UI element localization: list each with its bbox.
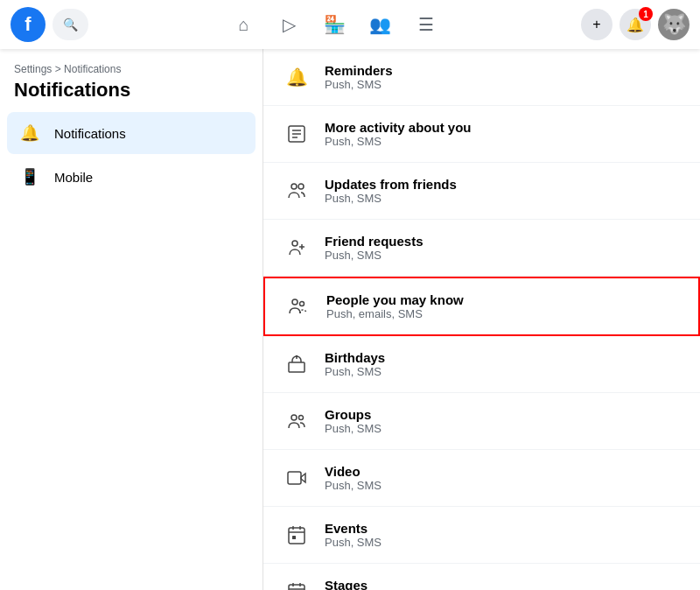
- people-may-know-subtitle: Push, emails, SMS: [326, 307, 681, 320]
- breadcrumb: Settings > Notifications: [7, 63, 256, 75]
- video-item[interactable]: Video Push, SMS: [263, 450, 700, 507]
- sidebar: Settings > Notifications Notifications 🔔…: [0, 49, 262, 590]
- groups-icon: [281, 405, 312, 437]
- svg-point-13: [297, 356, 298, 357]
- video-text: Video Push, SMS: [325, 464, 682, 492]
- updates-friends-text: Updates from friends Push, SMS: [325, 177, 682, 205]
- reminders-subtitle: Push, SMS: [325, 78, 682, 91]
- stages-title: Stages: [325, 578, 682, 590]
- reminders-title: Reminders: [325, 63, 682, 78]
- updates-friends-title: Updates from friends: [325, 177, 682, 192]
- svg-point-10: [300, 302, 304, 306]
- birthdays-text: Birthdays Push, SMS: [325, 350, 682, 378]
- birthdays-subtitle: Push, SMS: [325, 365, 682, 378]
- friend-requests-title: Friend requests: [325, 234, 682, 249]
- sidebar-title: Notifications: [7, 79, 256, 112]
- reminders-icon: 🔔: [281, 61, 312, 93]
- sidebar-item-mobile[interactable]: 📱 Mobile: [7, 156, 256, 198]
- avatar-button[interactable]: 🐺: [658, 9, 690, 40]
- sidebar-item-mobile-label: Mobile: [54, 170, 93, 185]
- avatar-icon: 🐺: [662, 13, 686, 36]
- friend-requests-icon: [281, 232, 312, 263]
- updates-friends-item[interactable]: Updates from friends Push, SMS: [263, 163, 700, 220]
- search-box[interactable]: 🔍: [52, 9, 88, 40]
- topnav-right: + 🔔 1 🐺: [581, 9, 690, 40]
- watch-nav-button[interactable]: ▷: [269, 4, 311, 46]
- topnav-left: f 🔍: [10, 7, 88, 42]
- people-may-know-icon: [283, 291, 314, 322]
- events-subtitle: Push, SMS: [325, 536, 682, 549]
- topnav-center: ⌂ ▷ 🏪 👥 ☰: [88, 4, 581, 46]
- notification-badge: 1: [639, 7, 653, 21]
- birthdays-icon: [281, 348, 312, 380]
- updates-friends-subtitle: Push, SMS: [325, 192, 682, 205]
- friend-requests-subtitle: Push, SMS: [325, 249, 682, 262]
- birthdays-title: Birthdays: [325, 350, 682, 365]
- svg-rect-16: [288, 472, 301, 484]
- svg-point-5: [298, 184, 304, 189]
- notifications-icon: 🔔: [16, 119, 44, 147]
- more-activity-subtitle: Push, SMS: [325, 135, 682, 148]
- facebook-logo[interactable]: f: [10, 7, 46, 42]
- marketplace-nav-button[interactable]: 🏪: [314, 4, 356, 46]
- birthdays-item[interactable]: Birthdays Push, SMS: [263, 336, 700, 393]
- video-title: Video: [325, 464, 682, 479]
- svg-rect-11: [289, 362, 304, 372]
- search-icon: 🔍: [63, 18, 78, 32]
- notification-button[interactable]: 🔔 1: [620, 9, 651, 40]
- video-icon: [281, 462, 312, 494]
- content-area: 🔔 Reminders Push, SMS More activity abou…: [262, 49, 700, 590]
- video-subtitle: Push, SMS: [325, 479, 682, 492]
- stages-icon: [281, 576, 312, 590]
- svg-point-6: [292, 241, 298, 246]
- events-text: Events Push, SMS: [325, 521, 682, 549]
- menu-nav-button[interactable]: ☰: [405, 4, 447, 46]
- svg-point-4: [291, 184, 297, 189]
- people-may-know-text: People you may know Push, emails, SMS: [326, 292, 681, 320]
- groups-title: Groups: [325, 407, 682, 422]
- more-activity-text: More activity about you Push, SMS: [325, 120, 682, 148]
- groups-nav-button[interactable]: 👥: [360, 4, 402, 46]
- svg-point-15: [299, 416, 304, 420]
- svg-rect-18: [289, 528, 304, 544]
- stages-text: Stages Push, emails, SMS: [325, 578, 682, 590]
- more-activity-item[interactable]: More activity about you Push, SMS: [263, 106, 700, 163]
- add-button[interactable]: +: [581, 9, 612, 40]
- stages-item[interactable]: Stages Push, emails, SMS: [263, 564, 700, 590]
- friend-requests-item[interactable]: Friend requests Push, SMS: [263, 220, 700, 277]
- reminders-text: Reminders Push, SMS: [325, 63, 682, 91]
- home-nav-button[interactable]: ⌂: [223, 4, 265, 46]
- groups-text: Groups Push, SMS: [325, 407, 682, 435]
- people-you-may-know-item[interactable]: People you may know Push, emails, SMS: [263, 277, 700, 336]
- updates-friends-icon: [281, 175, 312, 207]
- svg-rect-22: [292, 536, 296, 539]
- groups-item[interactable]: Groups Push, SMS: [263, 393, 700, 450]
- sidebar-item-notifications[interactable]: 🔔 Notifications: [7, 112, 256, 154]
- more-activity-title: More activity about you: [325, 120, 682, 135]
- events-title: Events: [325, 521, 682, 536]
- people-may-know-title: People you may know: [326, 292, 681, 307]
- friend-requests-text: Friend requests Push, SMS: [325, 234, 682, 262]
- main-layout: Settings > Notifications Notifications 🔔…: [0, 49, 700, 590]
- svg-point-9: [292, 299, 298, 305]
- events-item[interactable]: Events Push, SMS: [263, 507, 700, 564]
- sidebar-item-notifications-label: Notifications: [54, 126, 126, 141]
- more-activity-icon: [281, 118, 312, 150]
- events-icon: [281, 519, 312, 551]
- svg-point-14: [291, 415, 297, 420]
- mobile-icon: 📱: [16, 163, 44, 191]
- topnav: f 🔍 ⌂ ▷ 🏪 👥 ☰ + 🔔 1 🐺: [0, 0, 700, 49]
- groups-subtitle: Push, SMS: [325, 422, 682, 435]
- reminders-item[interactable]: 🔔 Reminders Push, SMS: [263, 49, 700, 106]
